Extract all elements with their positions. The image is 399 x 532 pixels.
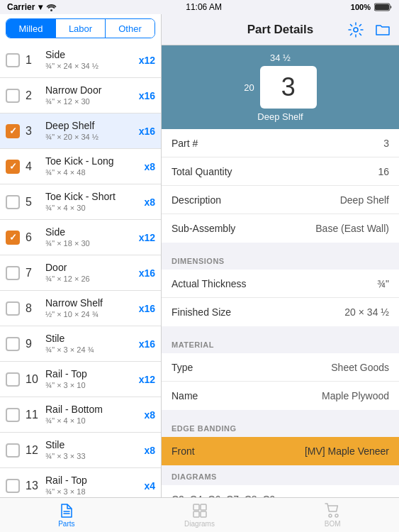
preview-number: 3 — [260, 66, 317, 109]
part-checkbox[interactable] — [6, 372, 20, 387]
svg-rect-9 — [201, 511, 206, 517]
list-item[interactable]: 8Narrow Shelf½" × 10 × 24 ¾x16 — [0, 291, 161, 326]
part-checkbox[interactable] — [6, 443, 20, 458]
diagrams-header-text: DIAGRAMS — [172, 472, 217, 481]
part-number: 8 — [26, 302, 41, 315]
material-section: Type Sheet Goods Name Maple Plywood — [162, 353, 399, 410]
part-checkbox[interactable] — [6, 479, 20, 493]
list-item[interactable]: 1Side¾" × 24 × 34 ½x12 — [0, 43, 161, 78]
part-info: Narrow Shelf½" × 10 × 24 ¾ — [45, 297, 136, 319]
part-name: Side — [45, 48, 136, 61]
list-item[interactable]: 13Rail - Top¾" × 3 × 18x4 — [0, 468, 161, 497]
part-info: Stile¾" × 3 × 24 ¾ — [45, 332, 136, 355]
dimensions-section-header: DIMENSIONS — [162, 250, 399, 270]
left-panel: Milled Labor Other 1Side¾" × 24 × 34 ½x1… — [0, 14, 162, 497]
preview-side-dim: 20 — [244, 82, 254, 93]
folder-icon[interactable] — [373, 21, 392, 39]
part-checkbox[interactable] — [6, 266, 20, 280]
details-content: Part # 3 Total Quantity 16 Description D… — [162, 129, 399, 497]
part-name: Narrow Shelf — [45, 297, 136, 309]
tab-diagrams-label: Diagrams — [184, 520, 215, 528]
part-name: Side — [45, 226, 136, 238]
total-qty-label: Total Quantity — [172, 166, 232, 177]
part-info: Toe Kick - Long¾" × 4 × 48 — [45, 155, 141, 177]
actual-thickness-row: Actual Thickness ¾" — [162, 270, 399, 298]
part-number: 7 — [26, 267, 41, 279]
seg-labor[interactable]: Labor — [56, 19, 105, 38]
tab-bom-label: BOM — [325, 520, 341, 528]
part-number: 11 — [26, 409, 41, 421]
part-name: Door — [45, 261, 136, 274]
part-dims: ¾" × 20 × 34 ½ — [45, 132, 136, 142]
list-item[interactable]: 3Deep Shelf¾" × 20 × 34 ½x16 — [0, 113, 161, 149]
preview-label: Deep Shelf — [257, 111, 303, 122]
seg-milled[interactable]: Milled — [6, 19, 55, 38]
part-checkbox[interactable] — [6, 160, 20, 174]
list-item[interactable]: 11Rail - Bottom¾" × 4 × 10x8 — [0, 397, 161, 433]
total-qty-value: 16 — [378, 166, 389, 177]
part-qty: x8 — [144, 409, 155, 421]
part-dims: ¾" × 3 × 33 — [45, 451, 141, 461]
battery-icon — [374, 3, 392, 11]
diagrams-row[interactable]: C2, C4, C6, C7, C8, C9 › — [162, 485, 399, 497]
part-dims: ¾" × 3 × 18 — [45, 487, 141, 497]
part-info: Rail - Bottom¾" × 4 × 10 — [45, 403, 141, 426]
part-qty: x12 — [139, 232, 155, 243]
tab-parts[interactable]: Parts — [0, 503, 133, 528]
part-name: Rail - Bottom — [45, 403, 141, 416]
part-checkbox[interactable] — [6, 53, 20, 67]
edge-banding-row[interactable]: Front [MV] Maple Veneer — [162, 437, 399, 465]
part-info: Narrow Door¾" × 12 × 30 — [45, 84, 136, 106]
tab-bom[interactable]: BOM — [266, 503, 399, 528]
part-checkbox[interactable] — [6, 124, 20, 138]
list-item[interactable]: 6Side¾" × 18 × 30x12 — [0, 220, 161, 255]
part-qty: x16 — [139, 90, 155, 101]
segmented-control[interactable]: Milled Labor Other — [6, 18, 155, 38]
part-info: Deep Shelf¾" × 20 × 34 ½ — [45, 119, 136, 142]
svg-rect-6 — [193, 504, 199, 510]
preview-card-row: 20 3 — [244, 66, 316, 109]
list-item[interactable]: 9Stile¾" × 3 × 24 ¾x16 — [0, 326, 161, 362]
part-number-value: 3 — [383, 138, 389, 149]
part-dims: ¾" × 24 × 34 ½ — [45, 61, 136, 71]
tab-bar: Parts Diagrams BOM — [0, 497, 399, 532]
part-qty: x4 — [144, 480, 155, 492]
status-carrier: Carrier ▾ — [7, 2, 57, 12]
part-number: 6 — [26, 231, 41, 244]
description-value: Deep Shelf — [340, 194, 389, 206]
tab-diagrams[interactable]: Diagrams — [133, 503, 266, 528]
part-checkbox[interactable] — [6, 231, 20, 245]
material-section-header: MATERIAL — [162, 333, 399, 353]
details-header: Part Details — [162, 14, 399, 45]
edge-banding-header-text: EDGE BANDING — [172, 424, 237, 433]
part-checkbox[interactable] — [6, 337, 20, 351]
seg-other[interactable]: Other — [106, 19, 154, 38]
part-dims: ¾" × 12 × 26 — [45, 274, 136, 284]
part-dims: ¾" × 4 × 10 — [45, 416, 141, 426]
part-preview: 34 ½ 20 3 Deep Shelf — [162, 45, 399, 129]
part-checkbox[interactable] — [6, 89, 20, 103]
part-qty: x16 — [139, 126, 155, 137]
list-item[interactable]: 5Toe Kick - Short¾" × 4 × 30x8 — [0, 184, 161, 220]
list-item[interactable]: 2Narrow Door¾" × 12 × 30x16 — [0, 78, 161, 113]
list-item[interactable]: 12Stile¾" × 3 × 33x8 — [0, 433, 161, 468]
part-checkbox[interactable] — [6, 195, 20, 209]
sub-assembly-value: Base (East Wall) — [315, 223, 389, 234]
material-header-text: MATERIAL — [172, 340, 214, 349]
list-item[interactable]: 7Door¾" × 12 × 26x16 — [0, 255, 161, 291]
part-checkbox[interactable] — [6, 408, 20, 422]
part-name: Rail - Top — [45, 367, 136, 380]
dimensions-section: Actual Thickness ¾" Finished Size 20 × 3… — [162, 270, 399, 326]
settings-icon[interactable] — [347, 21, 365, 39]
header-icons — [347, 21, 392, 39]
part-qty: x8 — [144, 196, 155, 208]
parts-list: 1Side¾" × 24 × 34 ½x122Narrow Door¾" × 1… — [0, 43, 161, 497]
part-dims: ¾" × 4 × 30 — [45, 203, 141, 213]
diagrams-tab-icon — [192, 503, 208, 519]
part-number: 9 — [26, 338, 41, 350]
part-name: Rail - Top — [45, 474, 141, 487]
list-item[interactable]: 10Rail - Top¾" × 3 × 10x12 — [0, 362, 161, 397]
list-item[interactable]: 4Toe Kick - Long¾" × 4 × 48x8 — [0, 149, 161, 184]
sub-assembly-row: Sub-Assembly Base (East Wall) — [162, 214, 399, 243]
part-checkbox[interactable] — [6, 301, 20, 316]
